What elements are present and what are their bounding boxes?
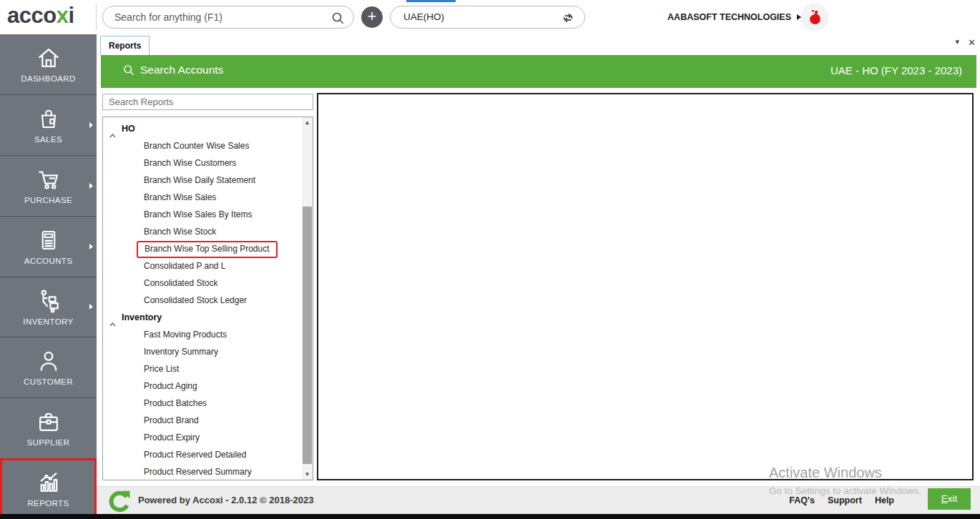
sidebar-item-inventory[interactable]: INVENTORY bbox=[0, 277, 97, 337]
divider bbox=[96, 4, 97, 30]
header-title-text: Search Accounts bbox=[140, 64, 223, 76]
report-item[interactable]: Product Reserved Summary bbox=[103, 463, 302, 480]
search-icon bbox=[330, 11, 345, 28]
branch-selector[interactable]: UAE(HO) bbox=[390, 6, 585, 29]
sidebar-nav: DASHBOARDSALESPURCHASEACCOUNTSINVENTORYC… bbox=[0, 34, 97, 519]
scrollbar[interactable]: ▲ ▼ bbox=[302, 117, 313, 480]
sidebar-item-sales[interactable]: SALES bbox=[0, 94, 97, 155]
calculator-icon bbox=[36, 226, 62, 254]
report-item[interactable]: Product Batches bbox=[103, 395, 302, 412]
sidebar-item-label: ACCOUNTS bbox=[24, 257, 73, 265]
briefcase-icon bbox=[35, 407, 62, 436]
scroll-up-icon[interactable]: ▲ bbox=[302, 117, 313, 128]
global-search[interactable] bbox=[102, 6, 354, 29]
search-reports-input[interactable] bbox=[102, 94, 313, 110]
tab-reports[interactable]: Reports bbox=[100, 36, 150, 55]
quick-add-button[interactable]: + bbox=[361, 6, 383, 28]
report-group-label: Inventory bbox=[122, 312, 162, 322]
sidebar-item-dashboard[interactable]: DASHBOARD bbox=[0, 34, 97, 94]
powered-by-text: Powered by Accoxi - 2.0.12 © 2018-2023 bbox=[138, 495, 313, 505]
submenu-arrow-icon bbox=[89, 244, 93, 249]
focus-indicator bbox=[406, 0, 456, 2]
help-link[interactable]: Help bbox=[875, 495, 894, 505]
report-item[interactable]: Product Reserved Detailed bbox=[103, 446, 302, 463]
caret-right-icon bbox=[797, 14, 801, 20]
sidebar-item-supplier[interactable]: SUPPLIER bbox=[0, 397, 97, 458]
inventory-trolley-icon bbox=[35, 287, 62, 315]
top-bar: accoxi + UAE(HO) AABASOFT TECHNOLOGIES bbox=[0, 0, 980, 34]
report-group-ho[interactable]: HO bbox=[103, 120, 302, 137]
sidebar-item-label: SALES bbox=[34, 135, 62, 144]
sidebar-item-reports[interactable]: REPORTS bbox=[0, 458, 97, 519]
report-item[interactable]: Price List bbox=[103, 360, 302, 377]
company-menu[interactable]: AABASOFT TECHNOLOGIES bbox=[667, 0, 801, 34]
sidebar-item-customer[interactable]: CUSTOMER bbox=[0, 337, 97, 397]
search-accounts-header: Search Accounts UAE - HO (FY 2023 - 2023… bbox=[101, 55, 976, 88]
accoxi-logo: accoxi bbox=[7, 3, 74, 29]
report-item[interactable]: Consolidated P and L bbox=[103, 257, 302, 275]
branch-selector-value: UAE(HO) bbox=[403, 11, 444, 22]
highlighted-report-item[interactable]: Branch Wise Top Selling Product bbox=[137, 241, 278, 258]
report-item[interactable]: Product Expiry bbox=[103, 429, 302, 446]
sidebar-item-label: REPORTS bbox=[27, 499, 69, 508]
tab-strip: Reports ▾ ✕ bbox=[97, 34, 980, 55]
submenu-arrow-icon bbox=[89, 122, 93, 128]
reports-list-panel: HOBranch Counter Wise SalesBranch Wise C… bbox=[102, 117, 313, 480]
report-group-inventory[interactable]: Inventory bbox=[103, 309, 302, 326]
collapse-chevron-icon[interactable] bbox=[109, 315, 116, 332]
reports-chart-icon bbox=[35, 468, 62, 497]
fiscal-year-context: UAE - HO (FY 2023 - 2023) bbox=[830, 64, 962, 76]
exit-button[interactable]: Exit bbox=[928, 488, 971, 510]
sales-bag-icon bbox=[36, 104, 62, 133]
report-item[interactable]: Branch Wise Stock bbox=[103, 223, 302, 240]
sidebar-item-label: CUSTOMER bbox=[24, 377, 73, 386]
global-search-input[interactable] bbox=[114, 7, 329, 27]
report-item[interactable]: Branch Wise Top Selling Product bbox=[103, 240, 302, 257]
sidebar-item-label: SUPPLIER bbox=[26, 438, 69, 447]
search-accounts-title[interactable]: Search Accounts bbox=[122, 64, 223, 76]
sidebar-item-purchase[interactable]: PURCHASE bbox=[0, 155, 97, 216]
refresh-icon[interactable] bbox=[561, 11, 575, 28]
report-item[interactable]: Branch Wise Daily Statement bbox=[103, 172, 302, 189]
report-item[interactable]: Branch Wise Sales By Items bbox=[103, 206, 302, 223]
report-item[interactable]: Branch Counter Wise Sales bbox=[103, 137, 302, 154]
report-item[interactable]: Product Brand bbox=[103, 412, 302, 429]
support-link[interactable]: Support bbox=[828, 495, 862, 505]
submenu-arrow-icon bbox=[89, 304, 93, 310]
window-bottom-edge bbox=[0, 514, 980, 519]
collapse-chevron-icon[interactable] bbox=[109, 127, 116, 144]
sidebar-item-accounts[interactable]: ACCOUNTS bbox=[0, 216, 97, 277]
report-item[interactable]: Fast Moving Products bbox=[103, 326, 302, 343]
sidebar-item-label: INVENTORY bbox=[23, 317, 73, 326]
home-icon bbox=[35, 44, 62, 72]
cart-icon bbox=[35, 165, 62, 194]
status-bar: Powered by Accoxi - 2.0.12 © 2018-2023 F… bbox=[97, 486, 980, 514]
sidebar-item-label: PURCHASE bbox=[24, 196, 72, 204]
report-item[interactable]: Inventory Summary bbox=[103, 343, 302, 360]
accoxi-footer-logo-icon bbox=[107, 489, 132, 516]
report-item[interactable]: Branch Wise Customers bbox=[103, 154, 302, 172]
report-item[interactable]: Consolidated Stock bbox=[103, 275, 302, 292]
scroll-down-icon[interactable]: ▼ bbox=[302, 469, 313, 480]
customer-person-icon bbox=[35, 347, 62, 375]
report-content-area bbox=[317, 93, 974, 480]
report-item[interactable]: Product Aging bbox=[103, 377, 302, 395]
scrollbar-thumb[interactable] bbox=[303, 207, 312, 464]
company-avatar[interactable] bbox=[802, 4, 828, 30]
submenu-arrow-icon bbox=[89, 183, 93, 189]
tab-dropdown-icon[interactable]: ▾ bbox=[956, 37, 960, 48]
report-group-label: HO bbox=[122, 124, 135, 134]
report-item[interactable]: Consolidated Stock Ledger bbox=[103, 292, 302, 309]
faqs-link[interactable]: FAQ's bbox=[789, 495, 815, 505]
company-name: AABASOFT TECHNOLOGIES bbox=[667, 12, 791, 22]
sidebar-item-label: DASHBOARD bbox=[21, 74, 75, 83]
report-item[interactable]: Branch Wise Sales bbox=[103, 189, 302, 206]
tab-close-icon[interactable]: ✕ bbox=[968, 37, 976, 48]
